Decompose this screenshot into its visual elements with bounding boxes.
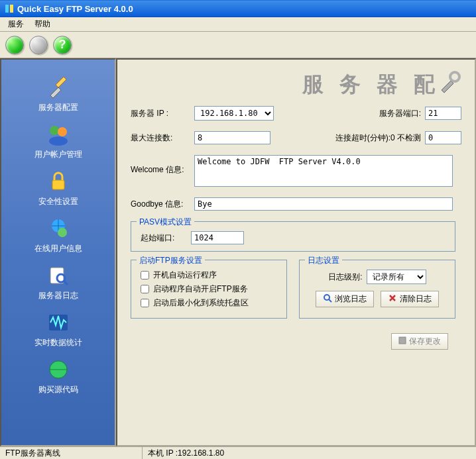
start-button[interactable] <box>5 36 24 54</box>
sidebar-item-online-users[interactable]: 在线用户信息 <box>1 213 115 258</box>
body: 服务器配置 用户帐户管理 安全性设置 在线用户信息 服务器日志 <box>0 58 476 446</box>
pasv-start-port-label: 起始端口: <box>141 232 187 244</box>
sidebar-item-label: 服务器配置 <box>38 102 78 113</box>
sidebar-item-server-log[interactable]: 服务器日志 <box>1 260 115 305</box>
save-icon <box>398 336 406 346</box>
help-button[interactable]: ? <box>53 36 72 54</box>
autostart-label: 启动程序自动开启FTP服务 <box>153 283 248 295</box>
svg-point-3 <box>58 127 67 136</box>
magnifier-icon <box>46 264 70 287</box>
waveform-icon <box>46 311 70 334</box>
window-title: Quick Easy FTP Server 4.0.0 <box>17 4 133 14</box>
server-port-input[interactable] <box>425 107 461 120</box>
autostart-checkbox[interactable] <box>141 285 149 293</box>
save-button-label: 保存更改 <box>409 336 441 347</box>
server-ip-select[interactable]: 192.168.1.80 <box>194 106 274 121</box>
svg-point-2 <box>50 126 59 135</box>
max-conn-input[interactable] <box>194 131 270 144</box>
app-icon <box>4 3 15 14</box>
autorun-label: 开机自动运行程序 <box>153 270 217 281</box>
pasv-start-port-input[interactable] <box>191 231 244 244</box>
svg-line-15 <box>329 299 331 302</box>
svg-rect-5 <box>52 180 64 189</box>
timeout-input[interactable] <box>425 131 461 144</box>
magnifier-icon <box>323 293 332 305</box>
autorun-checkbox[interactable] <box>141 271 149 280</box>
banner-wrench-icon <box>438 70 461 99</box>
minimize-checkbox[interactable] <box>141 299 149 307</box>
sidebar-item-statistics[interactable]: 实时数据统计 <box>1 307 115 352</box>
startup-fieldset: 启动FTP服务设置 开机自动运行程序 启动程序自动开启FTP服务 启动后最小化到… <box>131 260 287 319</box>
svg-point-14 <box>324 295 329 300</box>
sidebar-item-label: 购买源代码 <box>38 384 78 395</box>
wrench-screwdriver-icon <box>46 76 70 99</box>
help-glyph: ? <box>59 38 66 52</box>
server-config-form: 服务器 IP : 192.168.1.80 服务器端口: 最大连接数: 连接超时… <box>131 106 461 350</box>
sidebar-item-user-accounts[interactable]: 用户帐户管理 <box>1 119 115 164</box>
log-legend: 日志设置 <box>305 255 342 266</box>
stop-button[interactable] <box>29 36 48 54</box>
welcome-label: Welcome 信息: <box>131 155 190 176</box>
log-level-select[interactable]: 记录所有 <box>367 270 426 284</box>
sidebar-item-security[interactable]: 安全性设置 <box>1 166 115 211</box>
goodbye-label: Goodbye 信息: <box>131 199 190 210</box>
pasv-fieldset: PASV模式设置 起始端口: <box>131 221 455 252</box>
pasv-legend: PASV模式设置 <box>137 217 194 228</box>
titlebar: Quick Easy FTP Server 4.0.0 <box>0 0 476 17</box>
menu-service[interactable]: 服务 <box>3 17 29 31</box>
browse-log-button[interactable]: 浏览日志 <box>316 291 374 307</box>
menu-help[interactable]: 帮助 <box>29 17 56 31</box>
svg-point-4 <box>49 136 68 146</box>
goodbye-input[interactable] <box>194 197 453 211</box>
toolbar: ? <box>0 32 476 58</box>
sidebar-item-buy-source[interactable]: 购买源代码 <box>1 354 115 399</box>
svg-point-7 <box>58 228 67 237</box>
sidebar-item-label: 实时数据统计 <box>34 337 82 348</box>
startup-legend: 启动FTP服务设置 <box>137 255 205 266</box>
sidebar-item-label: 在线用户信息 <box>34 243 82 254</box>
statusbar: FTP服务器离线 本机 IP :192.168.1.80 <box>0 446 476 459</box>
max-conn-label: 最大连接数: <box>131 132 190 144</box>
save-button: 保存更改 <box>391 333 448 350</box>
status-local-ip: 本机 IP :192.168.1.80 <box>143 447 476 459</box>
svg-rect-0 <box>5 5 9 13</box>
log-fieldset: 日志设置 日志级别: 记录所有 浏览日志 <box>299 260 455 319</box>
status-server-state: FTP服务器离线 <box>0 447 143 459</box>
minimize-label: 启动后最小化到系统托盘区 <box>153 297 249 309</box>
server-ip-label: 服务器 IP : <box>131 108 190 119</box>
sidebar-item-server-config[interactable]: 服务器配置 <box>1 72 115 117</box>
sidebar-item-label: 用户帐户管理 <box>34 149 82 160</box>
svg-point-13 <box>450 72 459 81</box>
banner-text: 服 务 器 配 <box>302 70 440 99</box>
globe-user-icon <box>46 217 70 240</box>
browse-log-label: 浏览日志 <box>335 293 367 305</box>
lock-icon <box>46 170 70 193</box>
timeout-label: 连接超时(分钟):0 不检测 <box>335 132 421 144</box>
clear-log-button[interactable]: 清除日志 <box>381 291 439 307</box>
menubar: 服务 帮助 <box>0 17 476 32</box>
server-port-label: 服务器端口: <box>379 108 421 119</box>
svg-line-10 <box>64 281 68 285</box>
clear-log-label: 清除日志 <box>400 293 432 305</box>
svg-rect-16 <box>399 337 406 344</box>
welcome-textarea[interactable]: Welcome to JDFW FTP Server V4.0.0 <box>194 155 453 187</box>
sidebar-item-label: 服务器日志 <box>38 290 78 301</box>
users-icon <box>46 123 70 146</box>
log-level-label: 日志级别: <box>328 272 362 283</box>
x-icon <box>388 293 397 305</box>
globe-icon <box>46 358 70 382</box>
sidebar: 服务器配置 用户帐户管理 安全性设置 在线用户信息 服务器日志 <box>0 58 116 446</box>
svg-rect-1 <box>10 5 13 13</box>
sidebar-item-label: 安全性设置 <box>38 196 78 207</box>
panel-banner: 服 务 器 配 <box>302 70 461 99</box>
main-panel: 服 务 器 配 服务器 IP : 192.168.1.80 服务器端口: 最大连… <box>116 58 476 446</box>
